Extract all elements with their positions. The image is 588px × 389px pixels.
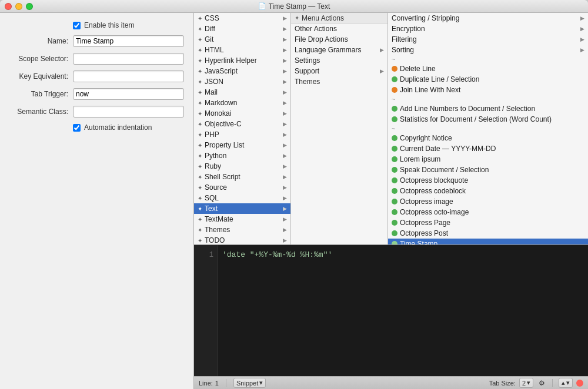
list-item[interactable]: Themes — [291, 76, 387, 87]
list-item[interactable]: ✦ Hyperlink Helper ▶ — [194, 55, 290, 66]
list-item[interactable]: Current Date — YYYY-MM-DD — [388, 143, 588, 154]
arrow-icon: ▶ — [283, 68, 287, 74]
item-label: Time Stamp — [400, 240, 437, 244]
item-label: Octopress blockquote — [400, 176, 468, 185]
list-item[interactable]: Filtering ▶ — [388, 34, 588, 45]
item-label: Speak Document / Selection — [400, 166, 489, 174]
item-label: Hyperlink Helper — [205, 56, 257, 65]
left-panel: Enable this item Name: Scope Selector: K… — [0, 13, 194, 389]
list-item[interactable]: Support ▶ — [291, 66, 387, 76]
list-item[interactable]: Add Line Numbers to Document / Selection — [388, 103, 588, 114]
list-item[interactable]: ✦ SQL ▶ — [194, 193, 290, 203]
list-item[interactable]: Copyright Notice — [388, 133, 588, 143]
item-label: File Drop Actions — [295, 35, 348, 43]
list-item[interactable]: ✦ Shell Script ▶ — [194, 172, 290, 182]
status-divider — [552, 379, 553, 387]
list-item[interactable]: Speak Document / Selection — [388, 165, 588, 175]
arrow-icon: ▶ — [283, 121, 287, 127]
semantic-input[interactable] — [73, 106, 184, 118]
list-item[interactable]: ✦ Objective-C ▶ — [194, 119, 290, 129]
list-item[interactable]: ✦ Markdown ▶ — [194, 98, 290, 108]
name-input[interactable] — [73, 35, 184, 47]
enable-checkbox[interactable] — [73, 22, 81, 29]
list-item[interactable]: ✦ Python ▶ — [194, 150, 290, 161]
list-item[interactable]: ✦ JSON ▶ — [194, 76, 290, 87]
list-item[interactable]: Language Grammars ▶ — [291, 45, 387, 55]
editor-content[interactable]: 1 'date "+%Y-%m-%d %H:%m"' — [194, 245, 588, 376]
list-item-selected[interactable]: Time Stamp — [388, 239, 588, 244]
list-item[interactable]: File Drop Actions — [291, 34, 387, 45]
list-item[interactable]: Statistics for Document / Selection (Wor… — [388, 114, 588, 125]
titlebar-buttons — [5, 3, 33, 10]
list-item[interactable]: Octopress Post — [388, 228, 588, 239]
list-item[interactable]: Other Actions — [291, 24, 387, 34]
arrow-icon: ▶ — [283, 100, 287, 106]
list-item[interactable]: ✦ Git ▶ — [194, 34, 290, 45]
record-button[interactable] — [576, 380, 583, 387]
tab-size-dropdown[interactable]: 2 ▾ — [519, 378, 533, 388]
arrow-icon: ▶ — [283, 216, 287, 222]
enable-row: Enable this item — [9, 21, 184, 29]
item-label: JSON — [205, 78, 223, 86]
item-icon: ✦ — [198, 58, 202, 64]
list-item[interactable]: Lorem ipsum — [388, 154, 588, 165]
item-label: Monokai — [205, 109, 231, 118]
item-label: TODO — [205, 236, 225, 244]
list-item[interactable]: ✦ Themes ▶ — [194, 224, 290, 235]
list-item[interactable]: Octopress image — [388, 196, 588, 207]
list-item[interactable]: ✦ TextMate ▶ — [194, 214, 290, 224]
item-label: Duplicate Line / Selection — [400, 75, 479, 83]
arrow-icon: ▶ — [283, 132, 287, 138]
list-item-selected[interactable]: ✦ Text ▶ — [194, 203, 290, 214]
separator: ~ — [388, 55, 588, 63]
list-item[interactable]: Join Line With Next — [388, 85, 588, 95]
scope-input[interactable] — [73, 53, 184, 65]
list-item[interactable]: Converting / Stripping ▶ — [388, 13, 588, 24]
key-input[interactable] — [73, 71, 184, 82]
minimize-button[interactable] — [15, 3, 22, 10]
list-item[interactable]: Octopress Page — [388, 217, 588, 228]
green-circle-icon — [392, 188, 397, 194]
list-item[interactable]: ✦ JavaScript ▶ — [194, 66, 290, 76]
list-item[interactable]: Octopress blockquote — [388, 175, 588, 186]
green-circle-icon — [392, 167, 397, 173]
actions-list[interactable]: ✦ Menu Actions Other Actions File Drop A… — [291, 13, 388, 244]
arrow-icon: ▶ — [283, 237, 287, 243]
gear-button[interactable]: ⚙ — [537, 378, 546, 388]
auto-indent-checkbox[interactable] — [73, 124, 81, 132]
list-item[interactable]: ✦ Source ▶ — [194, 182, 290, 193]
list-item[interactable]: ✦ Mail ▶ — [194, 87, 290, 98]
editor-area: 1 'date "+%Y-%m-%d %H:%m"' Line: 1 Snipp… — [194, 245, 588, 389]
bundle-list[interactable]: ✦ CSS ▶ ✦ Diff ▶ ✦ Git ▶ ✦ HTML ▶ — [194, 13, 291, 244]
item-label: TextMate — [205, 215, 233, 223]
list-item[interactable]: ✦ TODO ▶ — [194, 235, 290, 244]
list-item[interactable]: ✦ HTML ▶ — [194, 45, 290, 55]
list-item[interactable]: ✦ Property List ▶ — [194, 140, 290, 150]
code-content[interactable]: 'date "+%Y-%m-%d %H:%m"' — [218, 245, 588, 376]
maximize-button[interactable] — [26, 3, 33, 10]
format-dropdown[interactable]: ▴ ▾ — [559, 378, 573, 388]
list-item[interactable]: ✦ Monokai ▶ — [194, 108, 290, 119]
list-item[interactable]: Octopress octo-image — [388, 207, 588, 217]
arrow-icon: ▶ — [283, 206, 287, 212]
list-item[interactable]: Sorting ▶ — [388, 45, 588, 55]
list-item[interactable]: Delete Line — [388, 63, 588, 74]
type-dropdown[interactable]: Snippet ▾ — [233, 378, 266, 388]
list-item[interactable]: Duplicate Line / Selection — [388, 74, 588, 85]
list-item[interactable]: Octopress codeblock — [388, 186, 588, 196]
item-label: Text — [205, 204, 218, 213]
close-button[interactable] — [5, 3, 12, 10]
item-label: Other Actions — [295, 25, 337, 33]
list-item[interactable]: ✦ Ruby ▶ — [194, 161, 290, 172]
list-item[interactable]: ✦ PHP ▶ — [194, 129, 290, 140]
items-list[interactable]: Converting / Stripping ▶ Encryption ▶ Fi… — [388, 13, 588, 244]
list-item[interactable]: Encryption ▶ — [388, 24, 588, 34]
tab-trigger-input[interactable] — [73, 88, 184, 100]
item-icon: ✦ — [198, 227, 202, 233]
list-item[interactable]: Settings — [291, 55, 387, 66]
main-container: Enable this item Name: Scope Selector: K… — [0, 13, 588, 389]
list-item[interactable]: ✦ Diff ▶ — [194, 24, 290, 34]
item-label: Objective-C — [205, 120, 242, 128]
scope-row: Scope Selector: — [9, 53, 184, 65]
list-item[interactable]: ✦ CSS ▶ — [194, 13, 290, 24]
